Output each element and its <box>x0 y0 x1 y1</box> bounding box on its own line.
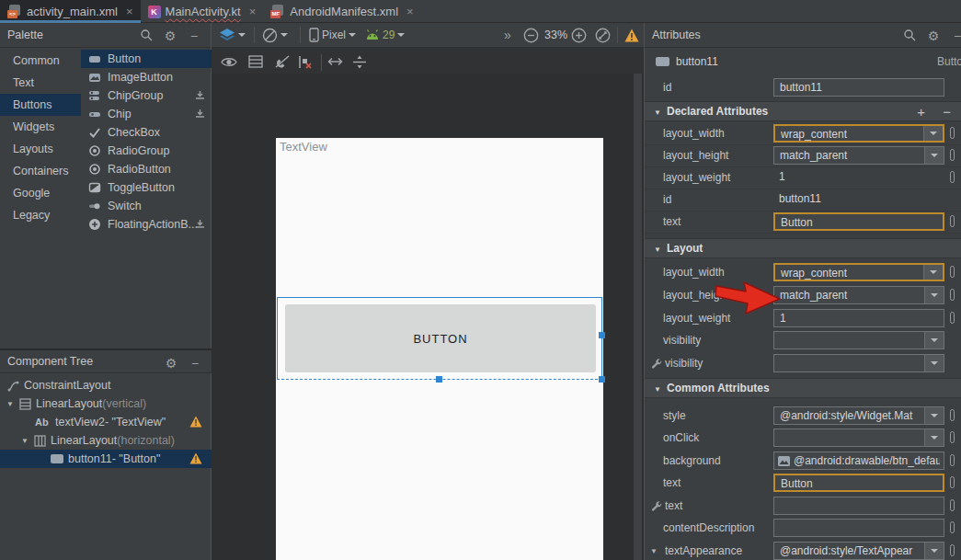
resource-picker-button[interactable] <box>950 215 955 227</box>
resize-handle-bottom[interactable] <box>436 376 442 383</box>
resource-picker-button[interactable] <box>950 266 955 278</box>
style-dropdown[interactable]: @android:style/Widget.Mat <box>773 406 944 425</box>
toolbar-overflow-button[interactable]: » <box>504 27 511 43</box>
zoom-out-button[interactable] <box>523 27 539 43</box>
tree-node-linearlayout-horizontal[interactable]: ▼ LinearLayout(horizontal) <box>0 431 212 450</box>
resource-picker-button[interactable] <box>950 171 955 183</box>
palette-item-togglebutton[interactable]: ToggleButton <box>81 178 212 197</box>
device-screen[interactable]: TextView BUTTON <box>276 138 603 560</box>
layout-width-dropdown[interactable]: wrap_content <box>773 124 944 143</box>
resource-picker-button[interactable] <box>950 454 955 466</box>
id-value[interactable]: button11 <box>773 190 944 209</box>
button-widget[interactable]: BUTTON <box>285 304 596 372</box>
resource-picker-button[interactable] <box>950 289 955 301</box>
onclick-dropdown[interactable] <box>773 429 944 447</box>
palette-category-buttons[interactable]: Buttons <box>0 94 81 116</box>
expand-arrow-icon[interactable]: ▼ <box>6 400 14 408</box>
palette-item-checkbox[interactable]: CheckBox <box>81 123 212 142</box>
layout-weight-value[interactable]: 1 <box>773 168 944 187</box>
gear-icon[interactable]: ⚙ <box>164 356 178 371</box>
vertical-scrollbar[interactable] <box>634 74 642 560</box>
minimize-icon[interactable]: − <box>187 29 201 43</box>
default-margins-button[interactable] <box>352 53 367 70</box>
palette-item-radiogroup[interactable]: RadioGroup <box>81 142 212 160</box>
contentdescription-input[interactable] <box>773 519 944 537</box>
close-icon[interactable]: × <box>249 5 257 18</box>
palette-item-button[interactable]: Button <box>81 50 212 68</box>
palette-category-layouts[interactable]: Layouts <box>0 138 81 160</box>
tree-node-constraintlayout[interactable]: ConstraintLayout <box>0 376 212 394</box>
warnings-button[interactable] <box>624 27 639 43</box>
palette-category-containers[interactable]: Containers <box>0 160 81 182</box>
layout-height-dropdown[interactable]: match_parent <box>773 146 944 165</box>
textview-widget[interactable]: TextView <box>280 140 327 154</box>
palette-item-radiobutton[interactable]: RadioButton <box>81 160 212 178</box>
search-icon[interactable] <box>902 29 917 43</box>
resource-picker-button[interactable] <box>950 127 955 139</box>
remove-attribute-button[interactable]: − <box>943 104 951 120</box>
close-icon[interactable]: × <box>406 5 414 18</box>
palette-item-chipgroup[interactable]: ChipGroup <box>81 86 212 105</box>
blueprint-layers-button[interactable] <box>248 53 263 70</box>
resource-picker-button[interactable] <box>950 409 955 421</box>
resource-picker-button[interactable] <box>950 521 955 533</box>
design-canvas[interactable]: TextView BUTTON <box>212 74 644 560</box>
selection-box[interactable]: BUTTON <box>277 297 602 380</box>
tab-activity-main-xml[interactable]: <> activity_main.xml × <box>0 0 141 23</box>
palette-item-switch[interactable]: Switch <box>81 197 212 215</box>
palette-item-imagebutton[interactable]: ImageButton <box>81 68 212 86</box>
infer-constraints-button[interactable] <box>327 53 343 70</box>
palette-category-widgets[interactable]: Widgets <box>0 116 81 138</box>
tree-node-linearlayout-vertical[interactable]: ▼ LinearLayout(vertical) <box>0 394 212 413</box>
resource-picker-button[interactable] <box>950 499 955 511</box>
palette-category-common[interactable]: Common <box>0 50 81 72</box>
minimize-icon[interactable]: − <box>188 356 202 371</box>
device-selector[interactable]: Pixel <box>309 27 356 43</box>
autoconnect-off-button[interactable] <box>274 53 291 70</box>
layout-width-dropdown[interactable]: wrap_content <box>773 263 944 281</box>
text-input[interactable]: Button <box>773 212 944 231</box>
clear-constraints-button[interactable] <box>298 53 313 70</box>
tree-node-textview2[interactable]: Ab textView2- "TextView" <box>0 413 212 431</box>
add-attribute-button[interactable]: + <box>917 104 925 120</box>
resource-picker-button[interactable] <box>950 312 955 324</box>
orientation-button[interactable] <box>262 27 288 43</box>
design-surface-mode-button[interactable] <box>219 27 246 43</box>
zoom-to-fit-button[interactable] <box>595 27 611 43</box>
tab-mainactivity-kt[interactable]: K MainActivity.kt × <box>141 0 264 23</box>
palette-category-google[interactable]: Google <box>0 182 81 204</box>
layout-height-dropdown[interactable]: match_parent <box>773 286 944 304</box>
zoom-in-button[interactable] <box>571 27 587 43</box>
expand-arrow-icon[interactable]: ▼ <box>650 547 658 555</box>
resource-picker-button[interactable] <box>950 431 955 443</box>
tree-node-button11[interactable]: button11- "Button" <box>0 450 212 468</box>
background-input[interactable]: @android:drawable/btn_defau <box>773 451 944 470</box>
close-icon[interactable]: × <box>126 5 133 18</box>
textappearance-dropdown[interactable]: @android:style/TextAppear <box>773 542 944 560</box>
api-level-selector[interactable]: 29 <box>365 27 405 43</box>
gear-icon[interactable]: ⚙ <box>926 29 941 43</box>
palette-category-text[interactable]: Text <box>0 72 81 94</box>
palette-item-chip[interactable]: Chip <box>81 105 212 123</box>
minimize-icon[interactable]: − <box>950 29 961 43</box>
expand-arrow-icon[interactable]: ▼ <box>21 437 29 445</box>
id-input[interactable]: button11 <box>773 78 944 97</box>
palette-category-legacy[interactable]: Legacy <box>0 204 81 226</box>
section-declared-attributes[interactable]: ▼ Declared Attributes + − <box>645 101 961 121</box>
palette-item-floatingactionbutton[interactable]: FloatingActionB... <box>81 215 212 234</box>
resource-picker-button[interactable] <box>950 149 955 161</box>
tools-text-input[interactable] <box>773 497 944 515</box>
text-input[interactable]: Button <box>773 474 944 492</box>
gear-icon[interactable]: ⚙ <box>163 29 177 43</box>
tab-androidmanifest-xml[interactable]: MF AndroidManifest.xml × <box>263 0 420 23</box>
section-common-attributes[interactable]: ▼ Common Attributes <box>645 378 961 398</box>
resize-handle-corner[interactable] <box>599 376 605 383</box>
search-icon[interactable] <box>139 29 154 43</box>
section-layout[interactable]: ▼ Layout <box>645 238 961 258</box>
tools-visibility-dropdown[interactable] <box>773 354 944 372</box>
layout-weight-input[interactable]: 1 <box>773 309 944 327</box>
resource-picker-button[interactable] <box>950 476 955 488</box>
visibility-dropdown[interactable] <box>773 331 944 349</box>
resource-picker-button[interactable] <box>950 544 955 556</box>
resize-handle-right[interactable] <box>599 332 605 338</box>
